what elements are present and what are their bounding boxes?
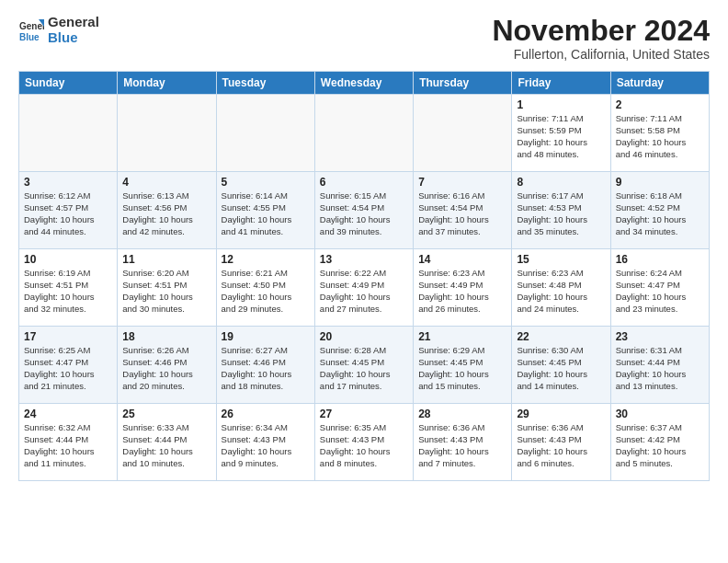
day-info: Sunrise: 6:20 AM Sunset: 4:51 PM Dayligh…	[122, 268, 210, 315]
day-number: 23	[616, 330, 704, 343]
calendar-day-cell: 24Sunrise: 6:32 AM Sunset: 4:44 PM Dayli…	[19, 404, 118, 481]
day-info: Sunrise: 6:12 AM Sunset: 4:57 PM Dayligh…	[24, 190, 112, 237]
logo-line2: Blue	[48, 30, 99, 46]
calendar-header-cell: Monday	[118, 72, 216, 95]
calendar-header-cell: Saturday	[610, 72, 709, 95]
day-number: 18	[122, 330, 210, 343]
calendar-day-cell: 7Sunrise: 6:16 AM Sunset: 4:54 PM Daylig…	[414, 172, 512, 249]
calendar-day-cell: 1Sunrise: 7:11 AM Sunset: 5:59 PM Daylig…	[512, 95, 610, 172]
day-number: 1	[517, 98, 605, 111]
calendar-day-cell: 27Sunrise: 6:35 AM Sunset: 4:43 PM Dayli…	[314, 404, 413, 481]
day-info: Sunrise: 6:16 AM Sunset: 4:54 PM Dayligh…	[418, 190, 506, 237]
svg-text:Blue: Blue	[19, 32, 40, 42]
day-info: Sunrise: 6:13 AM Sunset: 4:56 PM Dayligh…	[122, 190, 210, 237]
day-number: 14	[418, 253, 506, 266]
day-info: Sunrise: 6:19 AM Sunset: 4:51 PM Dayligh…	[24, 268, 112, 315]
day-info: Sunrise: 6:18 AM Sunset: 4:52 PM Dayligh…	[616, 190, 704, 237]
calendar-header-cell: Sunday	[19, 72, 118, 95]
day-number: 6	[320, 176, 408, 189]
day-info: Sunrise: 6:28 AM Sunset: 4:45 PM Dayligh…	[320, 345, 408, 392]
calendar-day-cell: 9Sunrise: 6:18 AM Sunset: 4:52 PM Daylig…	[610, 172, 709, 249]
day-number: 10	[24, 253, 112, 266]
day-number: 27	[320, 408, 408, 420]
day-number: 25	[122, 408, 210, 420]
calendar-day-cell: 10Sunrise: 6:19 AM Sunset: 4:51 PM Dayli…	[19, 249, 118, 327]
day-number: 8	[517, 176, 605, 189]
calendar-day-cell	[118, 95, 216, 172]
title-area: November 2024 Fullerton, California, Uni…	[492, 15, 710, 62]
day-number: 2	[616, 98, 704, 111]
calendar-day-cell: 23Sunrise: 6:31 AM Sunset: 4:44 PM Dayli…	[610, 327, 709, 404]
calendar-header-cell: Tuesday	[216, 72, 314, 95]
calendar-day-cell	[19, 95, 118, 172]
calendar-week-row: 3Sunrise: 6:12 AM Sunset: 4:57 PM Daylig…	[19, 172, 710, 249]
day-number: 13	[320, 253, 408, 266]
calendar-week-row: 17Sunrise: 6:25 AM Sunset: 4:47 PM Dayli…	[19, 327, 710, 404]
calendar-day-cell: 18Sunrise: 6:26 AM Sunset: 4:46 PM Dayli…	[118, 327, 216, 404]
calendar-day-cell: 25Sunrise: 6:33 AM Sunset: 4:44 PM Dayli…	[118, 404, 216, 481]
day-number: 3	[24, 176, 112, 189]
day-info: Sunrise: 6:27 AM Sunset: 4:46 PM Dayligh…	[222, 345, 310, 392]
page: General Blue General Blue November 2024 …	[0, 0, 728, 563]
day-info: Sunrise: 6:22 AM Sunset: 4:49 PM Dayligh…	[320, 268, 408, 315]
calendar-day-cell: 8Sunrise: 6:17 AM Sunset: 4:53 PM Daylig…	[512, 172, 610, 249]
calendar-day-cell: 15Sunrise: 6:23 AM Sunset: 4:48 PM Dayli…	[512, 249, 610, 327]
day-number: 28	[418, 408, 506, 420]
day-number: 4	[122, 176, 210, 189]
calendar-week-row: 24Sunrise: 6:32 AM Sunset: 4:44 PM Dayli…	[19, 404, 710, 481]
calendar-table: SundayMondayTuesdayWednesdayThursdayFrid…	[18, 71, 710, 481]
calendar-day-cell: 19Sunrise: 6:27 AM Sunset: 4:46 PM Dayli…	[216, 327, 314, 404]
day-info: Sunrise: 6:37 AM Sunset: 4:42 PM Dayligh…	[616, 422, 704, 469]
calendar-day-cell	[314, 95, 413, 172]
calendar-day-cell: 17Sunrise: 6:25 AM Sunset: 4:47 PM Dayli…	[19, 327, 118, 404]
calendar-header-cell: Wednesday	[314, 72, 413, 95]
day-number: 30	[616, 408, 704, 420]
day-number: 26	[222, 408, 310, 420]
day-number: 12	[222, 253, 310, 266]
day-info: Sunrise: 6:29 AM Sunset: 4:45 PM Dayligh…	[418, 345, 506, 392]
calendar-day-cell	[216, 95, 314, 172]
day-info: Sunrise: 6:17 AM Sunset: 4:53 PM Dayligh…	[517, 190, 605, 237]
logo-line1: General	[48, 15, 99, 30]
calendar-header-cell: Friday	[512, 72, 610, 95]
day-number: 11	[122, 253, 210, 266]
header: General Blue General Blue November 2024 …	[18, 15, 710, 62]
day-number: 15	[517, 253, 605, 266]
day-info: Sunrise: 6:36 AM Sunset: 4:43 PM Dayligh…	[517, 422, 605, 469]
day-number: 29	[517, 408, 605, 420]
calendar-header-row: SundayMondayTuesdayWednesdayThursdayFrid…	[19, 72, 710, 95]
calendar-day-cell: 4Sunrise: 6:13 AM Sunset: 4:56 PM Daylig…	[118, 172, 216, 249]
calendar-week-row: 10Sunrise: 6:19 AM Sunset: 4:51 PM Dayli…	[19, 249, 710, 327]
logo-icon: General Blue	[18, 17, 44, 43]
day-info: Sunrise: 6:34 AM Sunset: 4:43 PM Dayligh…	[222, 422, 310, 469]
day-number: 24	[24, 408, 112, 420]
day-number: 22	[517, 330, 605, 343]
calendar-day-cell: 22Sunrise: 6:30 AM Sunset: 4:45 PM Dayli…	[512, 327, 610, 404]
day-info: Sunrise: 6:26 AM Sunset: 4:46 PM Dayligh…	[122, 345, 210, 392]
day-info: Sunrise: 7:11 AM Sunset: 5:59 PM Dayligh…	[517, 113, 605, 160]
day-info: Sunrise: 6:33 AM Sunset: 4:44 PM Dayligh…	[122, 422, 210, 469]
calendar-day-cell: 12Sunrise: 6:21 AM Sunset: 4:50 PM Dayli…	[216, 249, 314, 327]
calendar-day-cell: 6Sunrise: 6:15 AM Sunset: 4:54 PM Daylig…	[314, 172, 413, 249]
calendar-header-cell: Thursday	[414, 72, 512, 95]
calendar-day-cell: 5Sunrise: 6:14 AM Sunset: 4:55 PM Daylig…	[216, 172, 314, 249]
day-info: Sunrise: 6:32 AM Sunset: 4:44 PM Dayligh…	[24, 422, 112, 469]
day-info: Sunrise: 6:23 AM Sunset: 4:48 PM Dayligh…	[517, 268, 605, 315]
calendar-day-cell: 2Sunrise: 7:11 AM Sunset: 5:58 PM Daylig…	[610, 95, 709, 172]
page-title: November 2024	[492, 15, 710, 47]
logo: General Blue General Blue	[18, 15, 99, 45]
day-info: Sunrise: 6:14 AM Sunset: 4:55 PM Dayligh…	[222, 190, 310, 237]
calendar-day-cell: 28Sunrise: 6:36 AM Sunset: 4:43 PM Dayli…	[414, 404, 512, 481]
day-number: 20	[320, 330, 408, 343]
calendar-day-cell: 13Sunrise: 6:22 AM Sunset: 4:49 PM Dayli…	[314, 249, 413, 327]
day-number: 19	[222, 330, 310, 343]
day-info: Sunrise: 6:24 AM Sunset: 4:47 PM Dayligh…	[616, 268, 704, 315]
calendar-day-cell: 29Sunrise: 6:36 AM Sunset: 4:43 PM Dayli…	[512, 404, 610, 481]
calendar-day-cell: 26Sunrise: 6:34 AM Sunset: 4:43 PM Dayli…	[216, 404, 314, 481]
day-info: Sunrise: 6:35 AM Sunset: 4:43 PM Dayligh…	[320, 422, 408, 469]
day-info: Sunrise: 6:30 AM Sunset: 4:45 PM Dayligh…	[517, 345, 605, 392]
day-info: Sunrise: 6:31 AM Sunset: 4:44 PM Dayligh…	[616, 345, 704, 392]
day-info: Sunrise: 6:23 AM Sunset: 4:49 PM Dayligh…	[418, 268, 506, 315]
calendar-day-cell: 11Sunrise: 6:20 AM Sunset: 4:51 PM Dayli…	[118, 249, 216, 327]
day-info: Sunrise: 6:36 AM Sunset: 4:43 PM Dayligh…	[418, 422, 506, 469]
